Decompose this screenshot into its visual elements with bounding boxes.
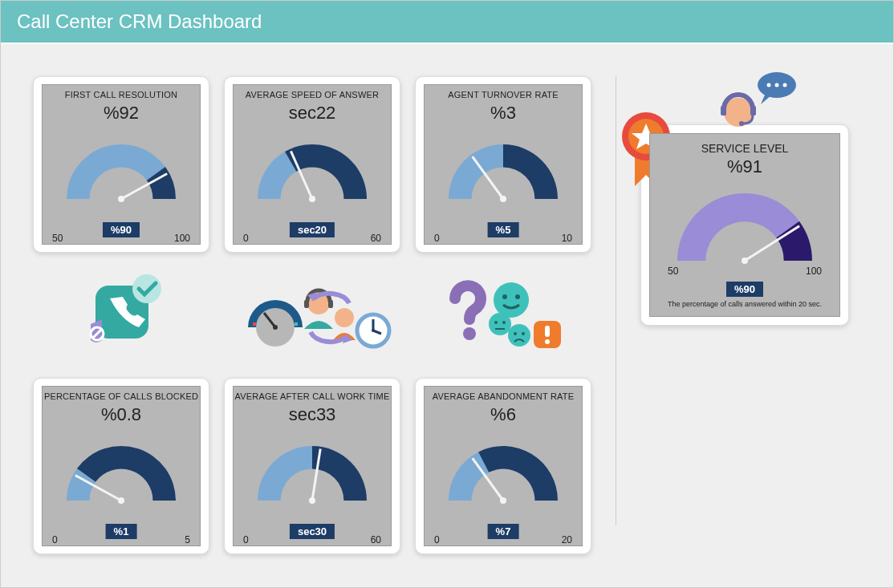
agent-clock-gauge-icon bbox=[224, 267, 400, 363]
svg-rect-20 bbox=[328, 300, 333, 308]
svg-point-50 bbox=[775, 83, 779, 87]
svg-rect-17 bbox=[295, 322, 298, 326]
svg-point-21 bbox=[335, 308, 354, 327]
gauge-target: sec30 bbox=[290, 524, 335, 539]
svg-rect-16 bbox=[253, 322, 256, 326]
svg-point-7 bbox=[132, 274, 161, 303]
svg-point-36 bbox=[508, 324, 530, 347]
feature-card-service-level: SERVICE LEVEL %91 50 100 %90 The percent… bbox=[640, 124, 849, 326]
svg-point-45 bbox=[309, 497, 315, 504]
svg-point-1 bbox=[118, 196, 124, 202]
svg-point-29 bbox=[494, 282, 529, 318]
feature-target: %90 bbox=[726, 282, 763, 297]
gauge-target: %1 bbox=[106, 524, 137, 539]
gauge-title: FIRST CALL RESOLUTION bbox=[43, 90, 200, 99]
gauge-arc bbox=[53, 124, 189, 204]
gauge-max: 5 bbox=[185, 534, 190, 545]
gauge-target: %90 bbox=[103, 222, 140, 237]
feature-title: SERVICE LEVEL bbox=[653, 142, 836, 155]
svg-point-49 bbox=[767, 83, 771, 87]
page-title: Call Center CRM Dashboard bbox=[1, 1, 893, 43]
gauge-card-after-call-work: AVERAGE AFTER CALL WORK TIME sec33 0 60 … bbox=[224, 378, 400, 554]
gauge-min: 0 bbox=[243, 534, 249, 545]
gauge-min: 50 bbox=[52, 233, 63, 244]
svg-point-15 bbox=[273, 325, 278, 330]
gauge-value: sec22 bbox=[234, 103, 391, 124]
svg-rect-19 bbox=[304, 300, 309, 308]
svg-point-28 bbox=[463, 327, 476, 340]
svg-point-3 bbox=[309, 196, 315, 202]
gauge-max: 100 bbox=[174, 233, 190, 244]
gauge-title: AVERAGE ABANDONMENT RATE bbox=[425, 391, 582, 401]
gauge-value: %92 bbox=[43, 103, 200, 124]
svg-point-27 bbox=[372, 329, 375, 332]
gauge-card-first-call-resolution: FIRST CALL RESOLUTION %92 50 100 %90 bbox=[33, 76, 209, 253]
gauge-title: AGENT TURNOVER RATE bbox=[425, 90, 582, 99]
feature-min: 50 bbox=[668, 266, 678, 277]
gauge-arc bbox=[244, 425, 380, 505]
feature-note: The percentage of calls answered within … bbox=[653, 300, 836, 308]
gauge-max: 60 bbox=[371, 233, 381, 244]
gauge-arc bbox=[53, 425, 189, 505]
feature-value: %91 bbox=[653, 156, 836, 177]
svg-point-41 bbox=[545, 339, 550, 344]
gauge-min: 0 bbox=[434, 233, 440, 244]
svg-point-62 bbox=[742, 258, 748, 264]
gauge-title: PERCENTAGE OF CALLS BLOCKED bbox=[43, 391, 200, 401]
feature-gauge-arc bbox=[660, 177, 829, 266]
svg-point-43 bbox=[118, 497, 124, 504]
gauge-title: AVERAGE SPEED OF ANSWER bbox=[234, 90, 391, 99]
svg-point-5 bbox=[500, 196, 506, 202]
svg-point-38 bbox=[522, 332, 525, 335]
feature-max: 100 bbox=[806, 266, 822, 277]
gauge-card-calls-blocked: PERCENTAGE OF CALLS BLOCKED %0.8 0 5 %1 bbox=[33, 378, 209, 554]
gauge-card-agent-turnover: AGENT TURNOVER RATE %3 0 10 %5 bbox=[415, 76, 591, 253]
gauge-arc bbox=[435, 425, 571, 505]
phone-check-shield-icon bbox=[33, 267, 209, 363]
gauge-min: 0 bbox=[243, 233, 249, 244]
gauge-card-abandonment-rate: AVERAGE ABANDONMENT RATE %6 0 20 %7 bbox=[415, 378, 591, 554]
svg-point-32 bbox=[489, 313, 511, 335]
gauge-max: 20 bbox=[562, 534, 572, 545]
svg-point-56 bbox=[739, 121, 744, 126]
gauge-arc bbox=[244, 124, 380, 204]
svg-point-34 bbox=[502, 321, 506, 324]
svg-point-47 bbox=[500, 497, 506, 504]
svg-rect-40 bbox=[545, 326, 550, 337]
gauge-value: %6 bbox=[425, 404, 582, 425]
gauge-min: 0 bbox=[434, 534, 440, 545]
gauge-value: %0.8 bbox=[43, 404, 200, 425]
gauge-target: sec20 bbox=[290, 222, 335, 237]
svg-rect-55 bbox=[750, 106, 756, 116]
gauge-target: %5 bbox=[488, 222, 519, 237]
svg-marker-52 bbox=[761, 93, 772, 104]
gauge-card-avg-speed-answer: AVERAGE SPEED OF ANSWER sec22 0 60 sec20 bbox=[224, 76, 400, 253]
svg-point-51 bbox=[783, 83, 787, 87]
gauge-min: 0 bbox=[52, 534, 58, 545]
svg-rect-54 bbox=[721, 106, 726, 116]
svg-point-37 bbox=[514, 332, 517, 335]
gauge-max: 10 bbox=[562, 233, 572, 244]
gauge-value: %3 bbox=[425, 103, 582, 124]
gauge-max: 60 bbox=[371, 534, 381, 545]
gauge-value: sec33 bbox=[234, 404, 391, 425]
svg-point-30 bbox=[502, 294, 507, 299]
gauge-target: %7 bbox=[488, 524, 519, 539]
question-faces-alert-icon bbox=[415, 267, 591, 363]
svg-point-33 bbox=[494, 321, 498, 324]
gauge-title: AVERAGE AFTER CALL WORK TIME bbox=[234, 391, 391, 401]
svg-point-31 bbox=[515, 294, 520, 299]
gauge-arc bbox=[435, 124, 571, 204]
